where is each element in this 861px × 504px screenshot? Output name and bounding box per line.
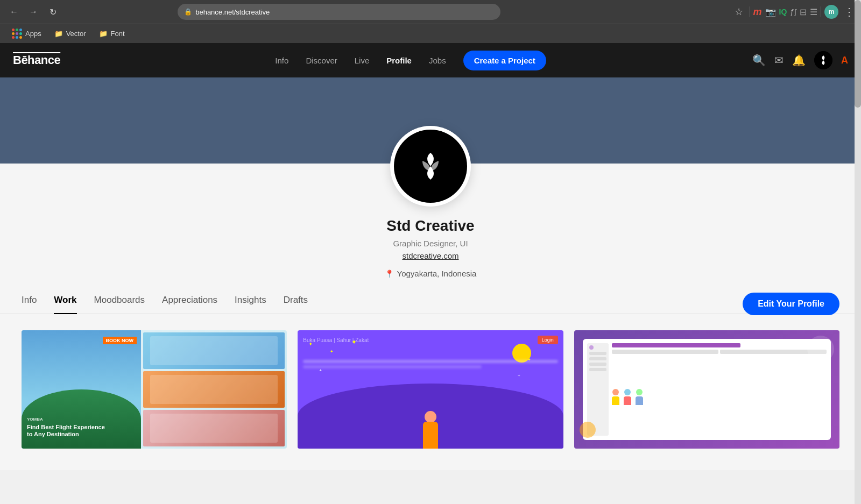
bookmark-vector[interactable]: 📁 Vector [49,27,91,40]
ext-fx-icon[interactable]: ƒ∫ [790,8,796,16]
mail-icon[interactable]: ✉ [774,54,784,67]
card-3-orange-circle [580,422,596,438]
browser-profile-avatar[interactable]: m [824,5,838,19]
lock-icon: 🔒 [184,8,192,16]
profile-content: Std Creative Graphic Designer, UI stdcre… [0,164,861,470]
search-icon[interactable]: 🔍 [752,54,766,67]
card-orange-bar: BOOK NOW [103,337,137,344]
nav-right-icons: 🔍 ✉ 🔔 A [752,51,848,69]
user-avatar[interactable] [814,51,832,69]
address-bar[interactable]: 🔒 behance.net/stdcreative [178,4,500,20]
apps-label: Apps [25,30,41,38]
card-1-text: YOMBA Find Best Flight Experienceto Any … [27,417,136,438]
nav-links: Info Discover Live Profile Jobs Create a… [82,51,739,70]
card-1-thumbnails [141,330,287,449]
sidebar-dot-4 [589,363,606,366]
forward-button[interactable]: → [26,4,41,19]
profile-avatar-container [390,126,471,207]
bookmark-icon[interactable]: ☆ [731,4,746,19]
refresh-button[interactable]: ↻ [45,4,60,19]
card-1-hero: YOMBA Find Best Flight Experienceto Any … [22,330,141,449]
bar-1 [612,343,741,347]
card-thumb-2 [143,371,285,408]
card-3-screen [583,339,831,440]
folder-icon-2: 📁 [99,30,108,38]
bookmarks-bar: Apps 📁 Vector 📁 Font [0,24,861,43]
tab-insights[interactable]: Insights [235,295,266,314]
font-label: Font [111,30,125,38]
behance-logo[interactable]: Bēhance [13,53,60,67]
profile-tabs-container: Info Work Moodboards Appreciations Insig… [0,294,861,314]
card-2-blurred-text [303,360,557,368]
adobe-icon[interactable]: A [841,55,848,66]
profile-name: Std Creative [386,217,474,235]
bookmark-font[interactable]: 📁 Font [94,27,130,40]
profile-logo-svg [409,145,452,188]
sidebar-dot-5 [589,368,606,371]
card-3-circle [807,336,834,363]
location-pin-icon: 📍 [385,269,394,278]
tab-info[interactable]: Info [22,295,37,314]
url-text: behance.net/stdcreative [195,8,270,16]
tab-work[interactable]: Work [54,295,76,314]
profile-avatar-inner [394,130,467,203]
back-button[interactable]: ← [6,4,22,19]
scrollbar-thumb[interactable] [855,0,861,108]
work-grid: YOMBA Find Best Flight Experienceto Any … [0,314,861,449]
create-project-button[interactable]: Create a Project [463,51,546,70]
ext-m-icon[interactable]: m [753,6,762,18]
divider [750,6,750,17]
behance-navbar: Bēhance Info Discover Live Profile Jobs … [0,43,861,77]
profile-website[interactable]: stdcreative.com [402,251,458,260]
ext-camera-icon[interactable]: 📷 [765,7,776,17]
card-3-main-content [612,343,827,436]
scrollbar[interactable] [855,0,861,504]
figure [423,411,438,449]
browser-chrome: ← → ↻ 🔒 behance.net/stdcreative ☆ m 📷 IQ… [0,0,861,24]
nav-discover[interactable]: Discover [306,56,337,65]
bookmark-apps[interactable]: Apps [6,26,47,41]
browser-menu-icon[interactable]: ⋮ [844,5,855,18]
location-text: Yogyakarta, Indonesia [397,269,477,278]
profile-location: 📍 Yogyakarta, Indonesia [385,269,477,278]
profile-tabs: Info Work Moodboards Appreciations Insig… [22,294,308,314]
nav-profile[interactable]: Profile [386,56,412,65]
edit-profile-button[interactable]: Edit Your Profile [743,293,839,315]
ext-iq-icon[interactable]: IQ [779,8,787,16]
work-card-2[interactable]: Buka Puasa | Sahur | Zakat Login ✦ ✦ ✦ ✦… [298,330,563,449]
ext-print-icon[interactable]: ⊟ [800,7,807,17]
tab-drafts[interactable]: Drafts [284,295,308,314]
card-thumb-3 [143,410,285,446]
ext-queue-icon[interactable]: ☰ [810,7,817,17]
tab-moodboards[interactable]: Moodboards [94,295,145,314]
apps-grid-icon [12,29,22,39]
card-thumb-1 [143,332,285,369]
folder-icon: 📁 [54,30,63,38]
browser-actions: ☆ m 📷 IQ ƒ∫ ⊟ ☰ m ⋮ [731,4,855,19]
work-card-3[interactable] [574,330,839,449]
divider-2 [821,6,821,17]
profile-title: Graphic Designer, UI [393,239,468,248]
nav-live[interactable]: Live [355,56,370,65]
logo-text: Bēhance [13,53,60,67]
work-card-1[interactable]: YOMBA Find Best Flight Experienceto Any … [22,330,287,449]
nav-for-you[interactable]: Info [275,56,288,65]
sidebar-dot-1 [589,345,594,350]
tab-appreciations[interactable]: Appreciations [162,295,217,314]
nav-jobs[interactable]: Jobs [429,56,446,65]
profile-avatar-ring [390,126,471,207]
sidebar-dot-2 [589,352,606,355]
sidebar-dot-3 [589,357,606,360]
vector-label: Vector [66,30,86,38]
bell-icon[interactable]: 🔔 [792,54,806,67]
